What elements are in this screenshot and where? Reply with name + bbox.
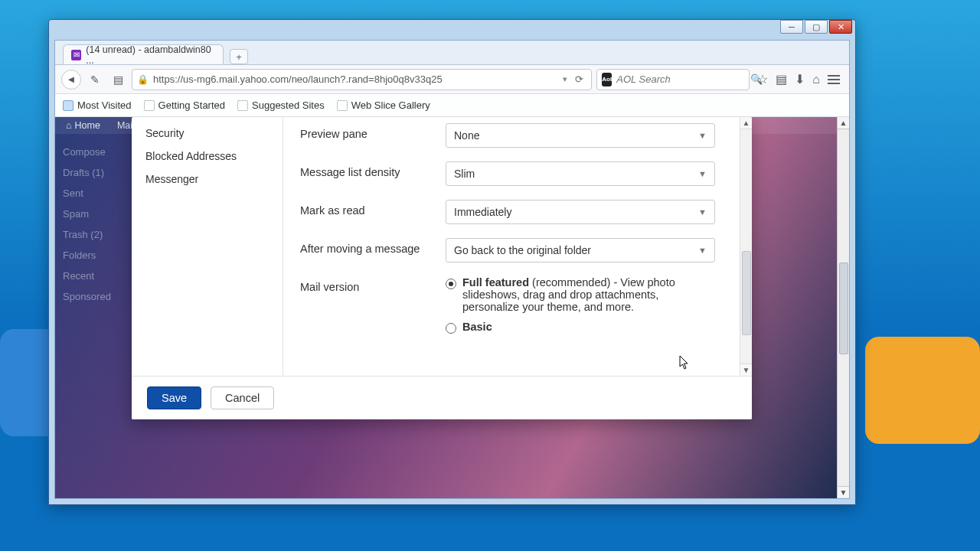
scroll-thumb[interactable] [839,262,848,354]
dropdown-history-icon[interactable]: ▾ [558,74,572,84]
toolbar-icons: ☆ ▤ ⬇ ⌂ [754,72,843,86]
compose-button[interactable]: Compose [61,142,133,162]
window-maximize-button[interactable]: ▢ [805,20,828,34]
tab-title: (14 unread) - adambaldwin80 ... [86,44,215,66]
radio-icon [446,323,456,334]
nav-label: Home [75,120,100,131]
scroll-up-icon[interactable]: ▲ [838,117,849,129]
library-icon[interactable]: ▤ [109,70,127,89]
label-preview-pane: Preview pane [300,123,446,140]
label-density: Message list density [300,161,446,178]
cancel-button[interactable]: Cancel [211,386,274,409]
search-provider-icon: Aol [602,73,612,86]
page-scrollbar[interactable]: ▲ ▼ [837,117,849,498]
scroll-down-icon[interactable]: ▼ [740,364,752,376]
browser-window: ─ ▢ ✕ ✉ (14 unread) - adambaldwin80 ... … [48,19,856,505]
url-text: https://us-mg6.mail.yahoo.com/neo/launch… [153,73,558,85]
scroll-down-icon[interactable]: ▼ [838,486,849,498]
tab-favicon-icon: ✉ [71,50,81,60]
folder-trash[interactable]: Trash (2) [61,224,133,245]
row-after-move: After moving a message Go back to the or… [300,238,735,262]
select-value: Immediately [454,206,511,218]
bookmark-label: Most Visited [77,99,132,111]
row-density: Message list density Slim ▼ [300,161,735,186]
desktop-decor [865,337,980,444]
save-button[interactable]: Save [147,386,201,409]
label-mail-version: Mail version [300,276,446,293]
recent-heading[interactable]: Recent [61,266,133,286]
settings-dialog: Security Blocked Addresses Messenger Pre… [132,117,752,419]
browser-tab[interactable]: ✉ (14 unread) - adambaldwin80 ... [63,44,224,64]
select-after-move[interactable]: Go back to the original folder ▼ [446,238,715,262]
most-visited-icon [63,100,74,111]
row-mark-read: Mark as read Immediately ▼ [300,200,735,224]
label-after-move: After moving a message [300,238,446,255]
select-mark-read[interactable]: Immediately ▼ [446,200,715,224]
bookmark-page-icon [337,100,348,111]
settings-sidebar: Security Blocked Addresses Messenger [132,117,283,376]
menu-icon[interactable] [828,75,840,84]
bookmark-most-visited[interactable]: Most Visited [63,99,132,111]
bookmark-page-icon [144,100,155,111]
bookmark-label: Web Slice Gallery [351,99,430,111]
home-icon[interactable]: ⌂ [812,73,820,86]
window-close-button[interactable]: ✕ [829,20,852,34]
select-value: None [454,129,479,142]
sponsored-heading: Sponsored [61,286,133,307]
new-tab-button[interactable]: + [230,49,248,64]
nav-home[interactable]: ⌂Home [66,120,100,131]
radio-label: Basic [462,321,492,333]
lock-icon: 🔒 [137,74,149,85]
folder-spam[interactable]: Spam [61,204,133,224]
select-preview-pane[interactable]: None ▼ [446,123,715,148]
download-icon[interactable]: ⬇ [795,72,805,86]
home-icon: ⌂ [66,120,72,131]
mail-left-rail: Compose Drafts (1) Sent Spam Trash (2) F… [55,134,139,498]
select-density[interactable]: Slim ▼ [446,161,715,186]
page-content: ⌂Home Mail News Sports Finance Weather G… [55,117,849,498]
search-bar[interactable]: Aol 🔍 [596,69,750,90]
bookmark-web-slice[interactable]: Web Slice Gallery [337,99,430,111]
dropper-icon[interactable]: ✎ [86,70,104,89]
window-minimize-button[interactable]: ─ [780,20,803,34]
bookmark-star-icon[interactable]: ☆ [757,72,768,86]
sidebar-item-security[interactable]: Security [132,122,283,145]
chevron-down-icon: ▼ [698,131,707,140]
radio-icon [446,279,456,289]
dialog-body: Security Blocked Addresses Messenger Pre… [132,117,752,377]
row-preview-pane: Preview pane None ▼ [300,123,735,148]
folder-drafts[interactable]: Drafts (1) [61,162,133,183]
radio-basic[interactable]: Basic [446,321,715,334]
chevron-down-icon: ▼ [698,207,707,217]
browser-client: ✉ (14 unread) - adambaldwin80 ... + ◄ ✎ … [54,40,850,499]
dialog-footer: Save Cancel [132,377,752,419]
bookmark-label: Suggested Sites [252,99,325,111]
scroll-up-icon[interactable]: ▲ [740,117,752,129]
dialog-scrollbar[interactable]: ▲ ▼ [740,117,752,376]
settings-form: Preview pane None ▼ Message list density [283,117,752,376]
search-input[interactable] [616,73,746,85]
row-mail-version: Mail version Full featured (recommended)… [300,276,735,341]
folder-sent[interactable]: Sent [61,183,133,204]
sidebar-item-blocked-addresses[interactable]: Blocked Addresses [132,145,283,168]
bookmark-label: Getting Started [158,99,225,111]
radio-full-featured[interactable]: Full featured (recommended) - View photo… [446,276,715,313]
bookmark-suggested-sites[interactable]: Suggested Sites [237,99,325,111]
window-titlebar: ─ ▢ ✕ [49,20,855,40]
scroll-thumb[interactable] [742,251,751,335]
back-button[interactable]: ◄ [61,70,81,90]
clipboard-icon[interactable]: ▤ [776,72,787,86]
chevron-down-icon: ▼ [698,169,707,178]
select-value: Go back to the original folder [454,244,591,256]
folders-heading[interactable]: Folders [61,245,133,266]
bookmarks-bar: Most Visited Getting Started Suggested S… [55,94,849,117]
bookmark-page-icon [237,100,248,111]
label-mark-read: Mark as read [300,200,446,217]
reload-button[interactable]: ⟳ [572,73,586,85]
sidebar-item-messenger[interactable]: Messenger [132,168,283,191]
navigation-bar: ◄ ✎ ▤ 🔒 https://us-mg6.mail.yahoo.com/ne… [55,65,849,94]
radio-label: Full featured [462,276,529,289]
bookmark-getting-started[interactable]: Getting Started [144,99,225,111]
chevron-down-icon: ▼ [698,246,707,255]
url-bar[interactable]: 🔒 https://us-mg6.mail.yahoo.com/neo/laun… [132,69,592,90]
